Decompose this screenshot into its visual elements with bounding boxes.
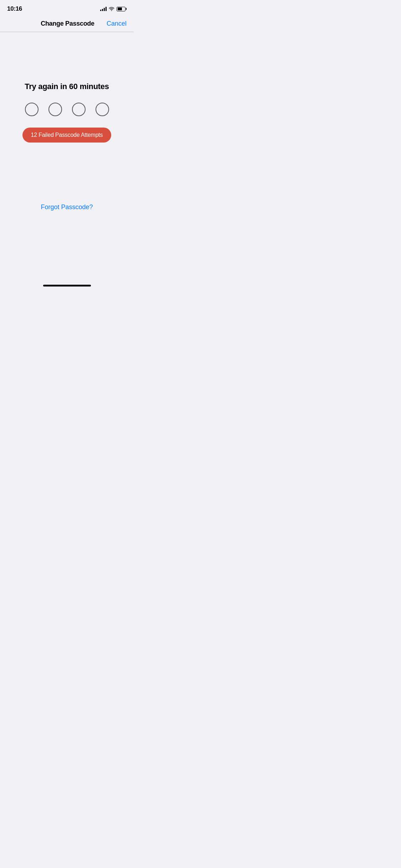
status-icons [100,7,127,11]
forgot-passcode-button[interactable]: Forgot Passcode? [41,203,93,211]
signal-bar-2 [102,9,103,11]
passcode-dot-4 [96,103,109,116]
passcode-dots [25,103,109,116]
signal-bar-3 [104,8,105,11]
status-bar: 10:16 [0,0,134,16]
battery-tip [126,8,127,10]
try-again-text: Try again in 60 minutes [25,82,109,91]
nav-title: Change Passcode [41,20,94,27]
nav-bar: Change Passcode Cancel [0,16,134,32]
home-indicator [43,285,91,286]
failed-attempts-badge: 12 Failed Passcode Attempts [22,128,112,143]
battery-fill [118,7,122,10]
signal-bar-4 [106,7,107,11]
status-time: 10:16 [7,5,22,12]
passcode-dot-2 [48,103,62,116]
signal-bar-1 [100,10,101,11]
passcode-dot-3 [72,103,86,116]
cancel-button[interactable]: Cancel [107,20,127,27]
battery-icon [117,7,127,11]
signal-icon [100,7,107,11]
main-content: Try again in 60 minutes 12 Failed Passco… [0,32,134,143]
battery-body [117,7,125,11]
passcode-dot-1 [25,103,38,116]
wifi-icon [109,7,114,11]
